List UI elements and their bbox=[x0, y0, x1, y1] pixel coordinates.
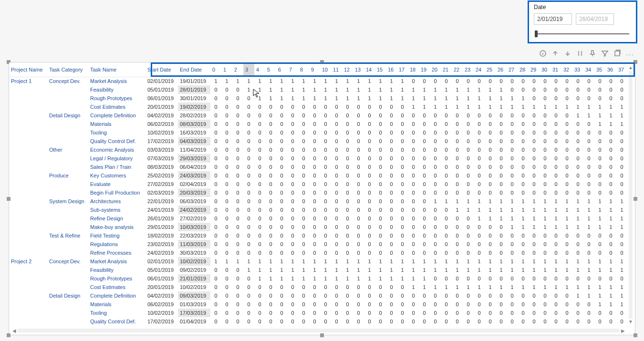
scroll-up-icon[interactable]: ▲ bbox=[628, 64, 633, 71]
column-header[interactable]: 8 bbox=[298, 62, 309, 77]
column-header[interactable]: 4 bbox=[254, 62, 265, 77]
table-row[interactable]: Legal / Regulatory07/03/201929/03/201900… bbox=[9, 154, 627, 163]
date-slicer[interactable]: Date 2/01/2019 26/04/2019 bbox=[528, 0, 637, 43]
date-slider[interactable] bbox=[534, 30, 631, 38]
column-header[interactable]: 25 bbox=[485, 62, 496, 77]
table-row[interactable]: Materials06/02/201908/03/201900000000000… bbox=[9, 120, 627, 128]
column-header[interactable]: 12 bbox=[342, 62, 353, 77]
column-header[interactable]: 32 bbox=[561, 62, 572, 77]
table-row[interactable]: Detail DesignComplete Definition04/02/20… bbox=[9, 291, 627, 300]
column-header[interactable]: 16 bbox=[386, 62, 397, 77]
column-header[interactable]: 35 bbox=[594, 62, 605, 77]
slicer-title: Date bbox=[534, 4, 631, 10]
matrix-visual[interactable]: Project NameTask CategoryTask NameStart … bbox=[9, 62, 635, 335]
table-row[interactable]: OtherEconomic Analysis03/03/201911/04/20… bbox=[9, 145, 627, 154]
table-row[interactable]: Refine Design26/01/201927/02/20190000000… bbox=[9, 214, 627, 223]
column-header[interactable]: 33 bbox=[572, 62, 583, 77]
more-icon[interactable]: ··· bbox=[626, 51, 634, 58]
table-row[interactable]: Evaluate27/02/201902/04/2019000000000000… bbox=[9, 180, 627, 188]
matrix-table[interactable]: Project NameTask CategoryTask NameStart … bbox=[9, 62, 627, 326]
column-header[interactable]: 20 bbox=[430, 62, 441, 77]
column-header[interactable]: 3 bbox=[243, 62, 254, 77]
column-header[interactable]: 11 bbox=[331, 62, 342, 77]
up-arrow-icon[interactable] bbox=[551, 50, 559, 59]
vertical-scrollbar[interactable]: ▲ ▼ bbox=[627, 64, 634, 325]
column-header[interactable]: 24 bbox=[474, 62, 485, 77]
table-row[interactable]: Project 2Concept Dev.Market Analysis02/0… bbox=[9, 257, 627, 266]
filter-icon[interactable] bbox=[601, 50, 609, 59]
table-row[interactable]: Tooling10/02/201917/03/20190000000000000… bbox=[9, 309, 627, 317]
resize-handle[interactable] bbox=[7, 333, 10, 337]
popout-icon[interactable] bbox=[613, 50, 621, 59]
slicer-start-input[interactable]: 2/01/2019 bbox=[534, 13, 572, 25]
table-row[interactable]: Cost Estimates20/01/201910/02/2019000000… bbox=[9, 283, 627, 291]
column-header[interactable]: 31 bbox=[551, 62, 561, 77]
scroll-right-icon[interactable]: ▶ bbox=[620, 328, 626, 333]
table-row[interactable]: Project 1Concept Dev.Market Analysis02/0… bbox=[9, 77, 627, 85]
column-header[interactable]: 5 bbox=[265, 62, 276, 77]
table-row[interactable]: Rough Prototypes06/01/201921/01/20190000… bbox=[9, 274, 627, 283]
column-header[interactable]: 2 bbox=[232, 62, 243, 77]
scroll-down-icon[interactable]: ▼ bbox=[628, 319, 633, 325]
table-row[interactable]: Refine Processes24/02/201930/03/20190000… bbox=[9, 248, 627, 257]
table-row[interactable]: Sub-systems24/01/201924/02/2019000000000… bbox=[9, 206, 627, 214]
table-row[interactable]: Begin Full Production02/03/201920/03/201… bbox=[9, 188, 627, 197]
column-header[interactable]: 37 bbox=[616, 62, 627, 77]
column-header[interactable]: 30 bbox=[540, 62, 551, 77]
scroll-left-icon[interactable]: ◀ bbox=[11, 328, 18, 333]
column-header[interactable]: 10 bbox=[320, 62, 331, 77]
table-row[interactable]: ProduceKey Customers25/02/201924/03/2019… bbox=[9, 171, 627, 180]
svg-point-2 bbox=[543, 52, 543, 52]
column-header[interactable]: 29 bbox=[529, 62, 540, 77]
table-row[interactable]: Quality Control Def.17/02/201904/03/2019… bbox=[9, 137, 627, 145]
column-header[interactable]: 13 bbox=[353, 62, 364, 77]
column-header[interactable]: Task Name bbox=[88, 62, 145, 77]
column-header[interactable]: Start Date bbox=[145, 62, 178, 77]
table-row[interactable]: Sales Plan / Train08/03/201906/04/201900… bbox=[9, 163, 627, 171]
table-row[interactable]: Make-buy analysis29/01/201910/03/2019000… bbox=[9, 223, 627, 231]
table-row[interactable]: System DesignArchitectures22/01/201906/0… bbox=[9, 197, 627, 206]
column-header[interactable]: Project Name bbox=[9, 62, 47, 77]
column-header[interactable]: 19 bbox=[419, 62, 430, 77]
bar-icon[interactable] bbox=[576, 50, 584, 59]
info-icon[interactable] bbox=[539, 50, 547, 59]
table-row[interactable]: Regulations23/02/201911/03/2019000000000… bbox=[9, 240, 627, 248]
table-row[interactable]: Tooling10/02/201916/03/20190000000000000… bbox=[9, 128, 627, 137]
column-header[interactable]: 28 bbox=[518, 62, 529, 77]
down-arrow-icon[interactable] bbox=[564, 50, 571, 59]
column-header[interactable]: 14 bbox=[364, 62, 375, 77]
header-row[interactable]: Project NameTask CategoryTask NameStart … bbox=[9, 62, 627, 77]
column-header[interactable]: 17 bbox=[397, 62, 408, 77]
table-row[interactable]: Feasibility05/01/201928/01/2019000111111… bbox=[9, 85, 627, 94]
column-header[interactable]: 9 bbox=[309, 62, 320, 77]
column-header[interactable]: 34 bbox=[583, 62, 594, 77]
svg-rect-5 bbox=[615, 51, 620, 56]
table-row[interactable]: Rough Prototypes06/01/201930/01/20190000… bbox=[9, 94, 627, 103]
column-header[interactable]: 27 bbox=[507, 62, 518, 77]
table-row[interactable]: Detail DesignComplete Definition04/02/20… bbox=[9, 111, 627, 120]
column-header[interactable]: 7 bbox=[287, 62, 298, 77]
column-header[interactable]: 26 bbox=[496, 62, 507, 77]
column-header[interactable]: 18 bbox=[408, 62, 419, 77]
slider-handle-start[interactable] bbox=[535, 31, 538, 37]
pin-icon[interactable] bbox=[589, 50, 596, 59]
column-header[interactable]: 22 bbox=[452, 62, 463, 77]
column-header[interactable]: 23 bbox=[463, 62, 474, 77]
table-row[interactable]: Test & RefineField Testing18/02/201922/0… bbox=[9, 231, 627, 240]
column-header[interactable]: End Date bbox=[178, 62, 210, 77]
resize-handle[interactable] bbox=[634, 333, 637, 337]
table-row[interactable]: Quality Control Def.17/02/201901/04/2019… bbox=[9, 317, 627, 326]
column-header[interactable]: Task Category bbox=[47, 62, 88, 77]
column-header[interactable]: 0 bbox=[210, 62, 221, 77]
column-header[interactable]: 1 bbox=[221, 62, 232, 77]
table-row[interactable]: Materials06/02/201901/03/201900000000000… bbox=[9, 300, 627, 309]
column-header[interactable]: 6 bbox=[276, 62, 287, 77]
horizontal-scrollbar[interactable]: ◀ ▶ bbox=[11, 327, 626, 334]
slicer-end-input[interactable]: 26/04/2019 bbox=[576, 13, 614, 25]
resize-handle[interactable] bbox=[320, 333, 324, 337]
table-row[interactable]: Cost Estimates20/01/201919/02/2019000000… bbox=[9, 103, 627, 111]
table-row[interactable]: Feasibility05/01/201909/02/2019000111111… bbox=[9, 266, 627, 274]
column-header[interactable]: 15 bbox=[375, 62, 386, 77]
column-header[interactable]: 36 bbox=[605, 62, 616, 77]
column-header[interactable]: 21 bbox=[441, 62, 452, 77]
